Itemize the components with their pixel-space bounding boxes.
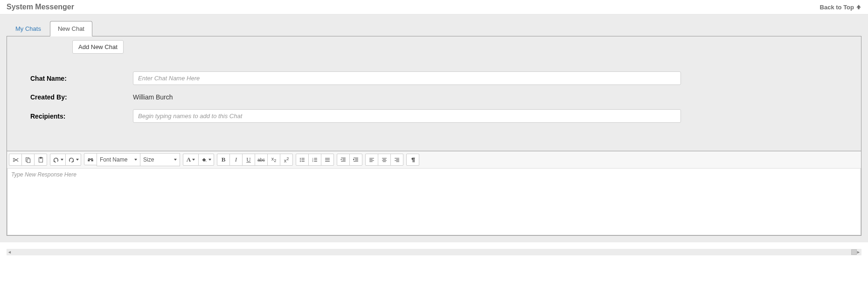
scroll-right-arrow-icon[interactable]: ► xyxy=(856,250,861,254)
svg-rect-14 xyxy=(314,159,317,160)
font-name-label: Font Name xyxy=(100,156,127,163)
chat-name-row: Chat Name: xyxy=(30,71,847,85)
history-group xyxy=(50,154,81,166)
redo-icon xyxy=(68,156,75,163)
arrow-up-icon xyxy=(856,4,861,10)
superscript-label: x2 xyxy=(284,156,289,163)
italic-button[interactable]: I xyxy=(229,154,243,166)
cut-icon xyxy=(13,157,19,163)
rich-text-editor: Font Name Size A xyxy=(7,151,861,235)
clipboard-group xyxy=(9,154,47,166)
highlight-color-button[interactable] xyxy=(198,154,214,166)
list-group: 123 xyxy=(296,154,334,166)
color-group: A xyxy=(183,154,214,166)
chat-name-input[interactable] xyxy=(133,71,681,85)
created-by-label: Created By: xyxy=(30,93,133,101)
chevron-down-icon xyxy=(208,159,211,161)
underline-button[interactable]: U xyxy=(242,154,255,166)
svg-rect-16 xyxy=(325,158,330,158)
bullet-list-icon xyxy=(299,157,306,163)
svg-rect-18 xyxy=(325,161,330,161)
svg-rect-7 xyxy=(301,158,305,158)
font-name-select[interactable]: Font Name xyxy=(97,153,140,166)
strikethrough-button[interactable]: abc xyxy=(255,154,268,166)
chevron-down-icon xyxy=(174,159,177,161)
svg-rect-1 xyxy=(27,159,30,162)
indent-button[interactable] xyxy=(349,154,362,166)
paint-bucket-icon xyxy=(201,157,207,163)
svg-rect-33 xyxy=(382,160,387,161)
bold-button[interactable]: B xyxy=(217,154,230,166)
indent-group xyxy=(337,154,362,166)
recipients-row: Recipients: xyxy=(30,109,847,123)
paste-button[interactable] xyxy=(34,154,47,166)
align-center-icon xyxy=(381,157,388,163)
add-new-chat-button[interactable]: Add New Chat xyxy=(72,40,124,54)
outdent-icon xyxy=(340,157,347,163)
align-center-button[interactable] xyxy=(378,154,391,166)
align-right-button[interactable] xyxy=(390,154,403,166)
line-spacing-button[interactable] xyxy=(321,154,334,166)
editor-toolbar: Font Name Size A xyxy=(7,151,861,169)
redo-button[interactable] xyxy=(65,154,81,166)
recipients-input[interactable] xyxy=(133,109,681,123)
superscript-button[interactable]: x2 xyxy=(280,154,293,166)
align-left-icon xyxy=(368,157,375,163)
subscript-button[interactable]: x2 xyxy=(267,154,280,166)
align-left-button[interactable] xyxy=(365,154,378,166)
font-color-button[interactable]: A xyxy=(183,154,199,166)
svg-rect-30 xyxy=(369,161,373,162)
align-group xyxy=(365,154,403,166)
scroll-track[interactable] xyxy=(11,249,857,255)
misc-group xyxy=(406,154,419,166)
undo-button[interactable] xyxy=(50,154,66,166)
copy-icon xyxy=(25,157,31,163)
created-by-value: William Burch xyxy=(133,93,847,101)
svg-rect-17 xyxy=(325,159,330,160)
svg-rect-8 xyxy=(301,159,305,160)
back-to-top-label: Back to Top xyxy=(820,4,854,11)
tab-my-chats[interactable]: My Chats xyxy=(7,21,49,36)
find-button[interactable] xyxy=(84,153,97,165)
header-bar: System Messenger Back to Top xyxy=(0,0,868,14)
paragraph-button[interactable] xyxy=(406,154,419,166)
pilcrow-icon xyxy=(410,157,416,163)
svg-point-6 xyxy=(300,161,301,162)
scroll-thumb[interactable] xyxy=(851,249,857,255)
numbered-list-button[interactable]: 123 xyxy=(308,154,321,166)
svg-rect-9 xyxy=(301,161,305,161)
strike-label: abc xyxy=(257,157,265,162)
paste-icon xyxy=(38,157,44,163)
recipients-label: Recipients: xyxy=(30,113,133,120)
svg-rect-35 xyxy=(395,158,399,158)
new-chat-form: Chat Name: Created By: William Burch Rec… xyxy=(7,57,861,151)
chat-name-label: Chat Name: xyxy=(30,75,133,82)
svg-rect-28 xyxy=(369,159,373,159)
chevron-down-icon xyxy=(192,159,195,161)
outdent-button[interactable] xyxy=(337,154,350,166)
svg-rect-20 xyxy=(342,159,346,159)
horizontal-scrollbar[interactable]: ◄ ► xyxy=(7,249,861,255)
svg-rect-37 xyxy=(395,160,399,161)
bullet-list-button[interactable] xyxy=(296,154,309,166)
svg-rect-23 xyxy=(354,157,358,158)
tab-new-chat[interactable]: New Chat xyxy=(50,21,92,36)
chevron-down-icon xyxy=(76,159,79,161)
font-size-select[interactable]: Size xyxy=(140,153,180,166)
cut-button[interactable] xyxy=(9,154,22,166)
svg-point-4 xyxy=(300,158,301,159)
svg-rect-3 xyxy=(40,157,41,158)
text-style-group: B I U abc x2 x2 xyxy=(217,154,293,166)
svg-rect-29 xyxy=(369,160,374,161)
svg-rect-13 xyxy=(314,158,317,158)
undo-icon xyxy=(53,156,59,163)
svg-rect-27 xyxy=(369,158,374,158)
svg-rect-34 xyxy=(383,161,386,162)
copy-button[interactable] xyxy=(21,154,35,166)
font-group: Font Name Size xyxy=(84,153,180,166)
add-chat-bar: Add New Chat xyxy=(7,36,861,57)
svg-rect-19 xyxy=(341,157,346,158)
svg-rect-25 xyxy=(355,160,358,160)
editor-textarea[interactable]: Type New Response Here xyxy=(7,169,861,235)
back-to-top-link[interactable]: Back to Top xyxy=(820,4,861,11)
